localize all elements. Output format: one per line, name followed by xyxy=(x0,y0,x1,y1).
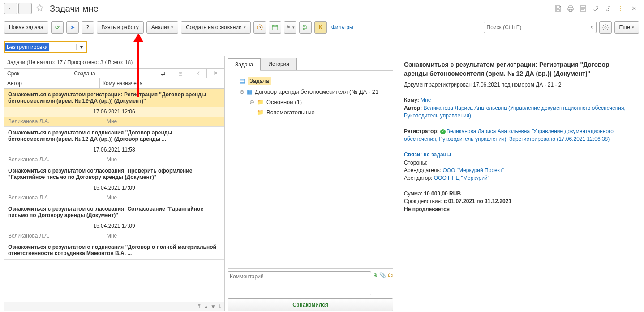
task-row[interactable]: Ознакомиться с результатом согласования:… xyxy=(4,165,224,203)
tab-history[interactable]: История xyxy=(261,58,297,70)
print-icon[interactable] xyxy=(566,4,575,13)
to-link[interactable]: Мне xyxy=(421,97,431,103)
scroll-up-icon[interactable]: ▲ xyxy=(203,303,209,310)
task-row[interactable]: Ознакомиться с результатом согласования:… xyxy=(4,203,224,241)
task-row[interactable]: Ознакомиться с результатом регистрации: … xyxy=(4,89,224,127)
report-icon[interactable] xyxy=(579,4,588,13)
favorite-star-icon[interactable] xyxy=(35,4,45,13)
filters-link[interactable]: Фильтры xyxy=(331,24,353,30)
take-to-work-button[interactable]: Взять в работу xyxy=(97,21,144,34)
acknowledge-button[interactable]: Ознакомился xyxy=(228,298,393,311)
tree-button[interactable] xyxy=(299,21,312,34)
attach-icon[interactable] xyxy=(591,4,600,13)
svg-point-3 xyxy=(605,26,606,28)
nav-back-button[interactable]: ← xyxy=(4,3,17,14)
comment-input[interactable] xyxy=(228,271,371,295)
task-list: Ознакомиться с результатом регистрации: … xyxy=(4,89,224,302)
col-deadline[interactable]: Срок xyxy=(4,69,71,78)
image-icon[interactable]: 🗂 xyxy=(388,272,393,278)
task-icon: ▤ xyxy=(240,78,245,84)
collapse-icon[interactable]: ⊖ xyxy=(240,88,245,95)
scroll-bottom-icon[interactable]: ⤓ xyxy=(218,303,222,310)
task-detail: Ознакомиться с результатом регистрации: … xyxy=(399,56,638,311)
save-icon[interactable] xyxy=(554,4,562,13)
detail-heading: Ознакомиться с результатом регистрации: … xyxy=(404,60,633,78)
folder-icon: 📁 xyxy=(257,99,264,105)
expand-icon[interactable]: ⊕ xyxy=(249,99,255,105)
links-link[interactable]: Связи: не заданы xyxy=(404,151,633,159)
author-link[interactable]: Великанова Лариса Анатольевна (Управлени… xyxy=(404,105,626,119)
page-title: Задачи мне xyxy=(50,4,99,14)
menu-dots-icon[interactable]: ⋮ xyxy=(616,4,625,13)
search-input[interactable] xyxy=(484,24,588,30)
list-footer: ⤒ ▲ ▼ ⤓ xyxy=(4,302,224,311)
more-button[interactable]: Еще▾ xyxy=(614,21,639,34)
task-row[interactable]: Ознакомиться с результатом с подписания … xyxy=(4,241,224,260)
col-k-icon[interactable]: К xyxy=(189,69,207,78)
lessor-link[interactable]: ООО "Меркурий Проект" xyxy=(442,167,504,173)
folder-icon: 📁 xyxy=(257,109,264,116)
k-button[interactable]: К xyxy=(314,21,327,34)
add-icon[interactable]: ⊕ xyxy=(373,272,378,278)
refresh-button[interactable]: ⟳ xyxy=(51,21,64,34)
nav-forward-button[interactable]: → xyxy=(18,3,32,14)
clock-button[interactable] xyxy=(253,21,266,34)
col-flag-icon[interactable]: ⚑ xyxy=(207,69,224,78)
task-tree: ▤ Задача ⊖ ▦ Договор аренды бетоносмесит… xyxy=(228,70,393,269)
tree-main-folder[interactable]: ⊕ 📁 Основной (1) xyxy=(249,97,389,107)
close-button[interactable]: × xyxy=(629,3,639,14)
col-tree-icon[interactable]: ⊟ xyxy=(172,69,189,78)
help-button[interactable]: ? xyxy=(82,21,94,34)
analyze-button[interactable]: Анализ▾ xyxy=(146,21,179,34)
col-author[interactable]: Автор xyxy=(4,78,100,88)
detail-regline: Документ зарегистрирован 17.06.2021 под … xyxy=(404,81,633,89)
tab-task[interactable]: Задача xyxy=(228,58,261,71)
tree-root[interactable]: ▤ Задача xyxy=(240,75,389,87)
col-created[interactable]: Создана↑ xyxy=(71,69,137,78)
scroll-top-icon[interactable]: ⤒ xyxy=(197,303,202,310)
forward-button[interactable]: ➤ xyxy=(66,21,79,34)
task-row[interactable]: Ознакомиться с результатом с подписания … xyxy=(4,127,224,165)
tree-doc[interactable]: ⊖ ▦ Договор аренды бетоносмесителя (№ ДА… xyxy=(240,87,389,97)
scroll-down-icon[interactable]: ▼ xyxy=(210,303,216,310)
new-task-button[interactable]: Новая задача xyxy=(4,21,48,34)
search-clear-button[interactable]: × xyxy=(588,24,596,30)
create-based-on-button[interactable]: Создать на основании▾ xyxy=(181,21,251,34)
grouping-caret-icon[interactable]: ▾ xyxy=(76,44,86,50)
col-assignee[interactable]: Кому назначена xyxy=(100,78,145,88)
task-list-summary: Задачи (Не начато: 17 / Просрочено: 3 / … xyxy=(4,56,224,69)
link-icon[interactable] xyxy=(604,4,613,13)
clip-icon[interactable]: 📎 xyxy=(379,272,386,278)
settings-button[interactable] xyxy=(599,21,612,34)
calendar-button[interactable] xyxy=(269,21,281,34)
grouping-select[interactable]: Без группировки ▾ xyxy=(4,41,87,53)
search-input-wrap: × xyxy=(484,22,597,33)
col-priority-icon[interactable]: ! xyxy=(137,69,155,78)
check-icon xyxy=(440,129,446,134)
flag-button[interactable]: ⚑▾ xyxy=(284,21,296,34)
col-flow-icon[interactable]: ⇄ xyxy=(155,69,172,78)
svg-rect-2 xyxy=(272,25,278,30)
doc-icon: ▦ xyxy=(247,88,252,95)
tree-aux-folder[interactable]: ⊕ 📁 Вспомогательные xyxy=(249,107,389,117)
lessee-link[interactable]: ООО НПЦ "Меркурий" xyxy=(434,175,489,181)
